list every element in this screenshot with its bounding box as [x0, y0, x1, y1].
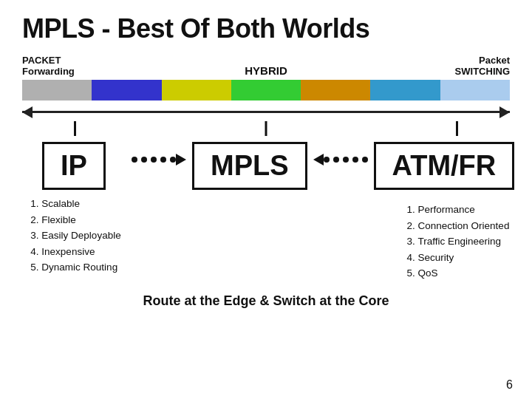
dot — [362, 157, 368, 163]
dot — [141, 157, 147, 163]
atmfr-list: Performance Connection Oriented Traffic … — [403, 202, 510, 282]
list-item: Scalable — [41, 196, 120, 212]
bar-seg-6 — [370, 80, 440, 100]
ip-list: Scalable Flexible Easily Deployable Inex… — [27, 196, 120, 276]
dotted-arrow-mpls-atmfr — [313, 154, 368, 166]
right-tick — [456, 121, 458, 136]
list-item: Traffic Engineering — [418, 233, 510, 250]
dot — [333, 157, 339, 163]
bottom-text: Route at the Edge & Switch at the Core — [22, 293, 510, 309]
list-item: Flexible — [41, 212, 120, 228]
dot — [151, 157, 157, 163]
bar-seg-2 — [92, 80, 161, 100]
header-left: PACKET Forwarding — [22, 55, 118, 77]
page-title: MPLS - Best Of Both Worlds — [22, 13, 510, 44]
packet-switching-line2: SWITCHING — [455, 66, 510, 77]
header-center-hybrid: HYBRID — [118, 64, 414, 77]
header-right: Packet SWITCHING — [414, 55, 510, 77]
ip-section: IP Scalable Flexible Easily Deployable I… — [22, 142, 126, 276]
bar-seg-5 — [301, 80, 370, 100]
dot — [352, 157, 358, 163]
main-arrow — [22, 103, 510, 120]
bar-seg-4 — [231, 80, 301, 100]
left-tick — [74, 121, 76, 136]
dotted-arrow-ip-mpls — [132, 154, 186, 166]
main-content: IP Scalable Flexible Easily Deployable I… — [22, 142, 510, 282]
ip-box: IP — [42, 142, 106, 190]
bar-seg-7 — [440, 80, 510, 100]
dot — [132, 157, 137, 163]
list-item: Dynamic Routing — [41, 259, 120, 276]
dot — [170, 157, 176, 163]
bar-seg-3 — [162, 80, 231, 100]
dots — [132, 157, 176, 163]
atmfr-section: ATM/FR Performance Connection Oriented T… — [374, 142, 515, 282]
list-item: Inexpensive — [41, 244, 120, 260]
page-number: 6 — [506, 378, 513, 392]
atmfr-box: ATM/FR — [374, 142, 515, 190]
packet-switching-line1: Packet — [479, 55, 510, 66]
dot — [343, 157, 349, 163]
list-item: Performance — [418, 202, 510, 218]
list-item: Security — [418, 250, 510, 266]
arrow-head-right — [176, 154, 186, 166]
arrow-head-left — [313, 154, 324, 166]
packet-forwarding-line1: PACKET — [22, 55, 61, 66]
dot — [160, 157, 166, 163]
mpls-section: MPLS — [192, 142, 307, 196]
center-tick — [265, 121, 267, 136]
header-row: PACKET Forwarding HYBRID Packet SWITCHIN… — [22, 55, 510, 77]
dots — [324, 157, 368, 163]
dot — [324, 157, 330, 163]
color-bar — [22, 80, 510, 100]
connectors — [22, 121, 510, 136]
packet-forwarding-line2: Forwarding — [22, 66, 75, 77]
mpls-box: MPLS — [192, 142, 307, 190]
list-item: Connection Oriented — [418, 218, 510, 234]
list-item: Easily Deployable — [41, 228, 120, 244]
list-item: QoS — [418, 265, 510, 282]
bar-seg-1 — [22, 80, 92, 100]
arrow-line — [22, 111, 510, 113]
